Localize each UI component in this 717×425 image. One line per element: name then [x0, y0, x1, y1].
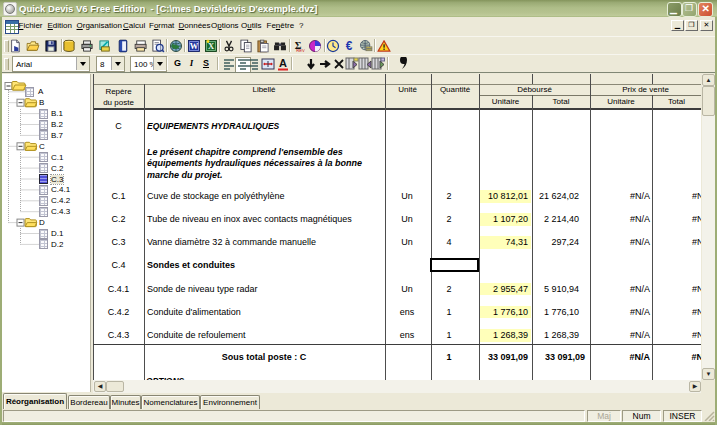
svg-text:REV: REV — [296, 48, 305, 53]
svg-text:A: A — [279, 57, 287, 69]
svg-text:€: € — [346, 39, 353, 53]
svg-text:W: W — [190, 41, 199, 51]
